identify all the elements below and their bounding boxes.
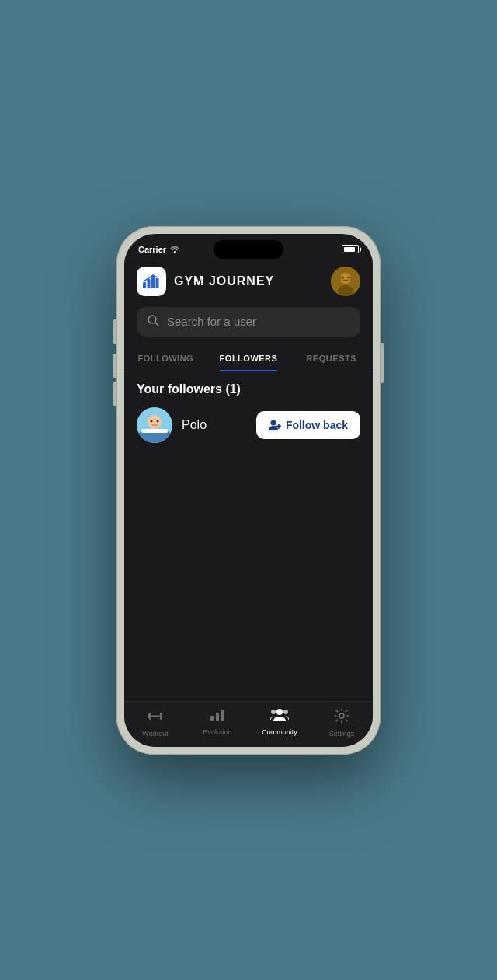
svg-rect-32 [221,710,224,721]
avatar-illustration [331,267,360,296]
app-header: GYM JOURNEY [124,257,373,304]
search-placeholder-text: Search for a user [167,315,256,328]
dumbbell-icon [147,708,164,724]
svg-rect-3 [151,276,155,288]
gear-icon [334,708,349,724]
svg-point-34 [271,710,276,714]
svg-point-18 [157,420,159,422]
bottom-tab-settings[interactable]: Settings [311,708,373,738]
workout-icon [147,708,164,727]
avatar [137,407,172,443]
app-logo-svg [141,271,162,291]
settings-icon [334,708,349,727]
workout-tab-label: Workout [142,730,168,738]
tabs-container: FOLLOWING FOLLOWERS REQUESTS [124,346,373,371]
status-right [342,245,359,253]
carrier-text: Carrier [138,245,180,254]
svg-point-10 [336,275,341,283]
tab-requests[interactable]: REQUESTS [290,346,373,371]
settings-tab-label: Settings [329,730,355,738]
app-logo-area: GYM JOURNEY [137,267,274,296]
evolution-icon [210,708,225,726]
svg-line-13 [155,323,158,326]
search-bar[interactable]: Search for a user [137,307,360,337]
search-container: Search for a user [124,304,373,346]
table-row: Polo Follow back [137,407,360,443]
svg-rect-30 [210,716,214,721]
svg-point-33 [276,709,283,715]
phone-screen: Carrier 6:08 PM [124,234,373,747]
svg-point-35 [283,710,288,714]
search-icon [148,315,159,329]
tab-following[interactable]: FOLLOWING [124,346,207,371]
bottom-tab-evolution[interactable]: Evolution [186,708,248,738]
svg-rect-2 [148,279,151,288]
follower-left: Polo [137,407,207,443]
app-content: GYM JOURNEY [124,257,373,701]
svg-point-21 [162,420,168,428]
app-logo-icon [137,267,166,296]
svg-point-20 [141,420,148,428]
svg-point-11 [350,275,355,283]
user-avatar[interactable] [331,267,360,296]
bottom-tab-community[interactable]: Community [248,708,311,738]
evolution-tab-label: Evolution [203,728,231,736]
follow-back-label: Follow back [286,419,348,431]
svg-point-22 [270,420,276,425]
search-svg [148,315,159,326]
community-icon [270,708,289,726]
svg-rect-26 [149,713,151,720]
chart-icon [210,708,225,722]
svg-rect-1 [143,282,146,288]
wifi-icon [169,246,180,253]
svg-point-8 [342,276,344,278]
people-icon [270,708,289,722]
svg-rect-29 [151,715,160,717]
bottom-tab-bar: Workout Evolution [124,701,373,747]
svg-point-17 [151,420,153,422]
svg-rect-19 [141,429,168,433]
svg-rect-4 [156,278,159,288]
tab-followers[interactable]: FOLLOWERS [207,346,290,371]
dynamic-island [214,240,283,259]
svg-point-36 [339,713,344,718]
svg-rect-31 [216,713,219,721]
phone-frame: Carrier 6:08 PM [116,226,381,755]
svg-point-16 [148,415,162,429]
battery-fill [344,247,355,252]
person-add-icon [269,420,281,431]
bottom-tab-workout[interactable]: Workout [124,708,186,738]
section-title: Your followers (1) [137,382,360,396]
app-title: GYM JOURNEY [174,274,274,288]
followers-section: Your followers (1) [124,371,373,701]
follow-back-button[interactable]: Follow back [256,411,360,439]
community-tab-label: Community [262,728,297,736]
polo-avatar-svg [137,407,172,443]
svg-point-9 [348,276,350,278]
svg-rect-28 [160,713,162,720]
follower-name: Polo [182,418,207,432]
svg-point-0 [174,251,176,253]
battery-icon [342,245,359,253]
